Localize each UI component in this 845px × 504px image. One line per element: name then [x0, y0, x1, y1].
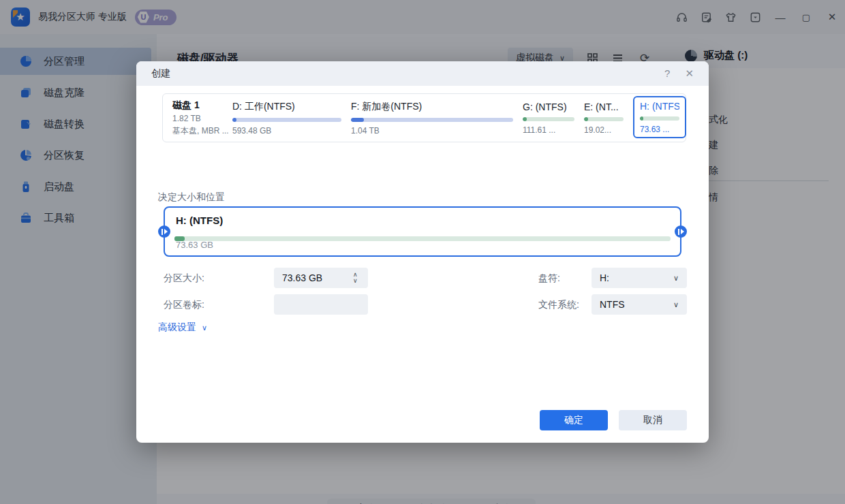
partition-usage-bar	[584, 117, 624, 121]
chevron-down-icon: ∨	[673, 274, 679, 283]
stepper-down-icon[interactable]: ∨	[353, 278, 358, 283]
disk-map-partition-d[interactable]: D: 工作(NTFS) 593.48 GB	[232, 101, 341, 136]
disk-map-partition-g[interactable]: G: (NTFS) 111.61 ...	[523, 101, 574, 135]
partition-label: H: (NTFS)	[640, 101, 679, 112]
create-dialog: 创建 ? ✕ 磁盘 1 1.82 TB 基本盘, MBR ... D: 工作(N…	[136, 61, 709, 443]
dialog-title: 创建	[151, 67, 170, 80]
partition-size-slider: H: (NTFS) 73.63 GB	[164, 206, 681, 257]
disk-map-partition-f[interactable]: F: 新加卷(NTFS) 1.04 TB	[351, 101, 513, 136]
size-section-label: 决定大小和位置	[158, 191, 225, 204]
partition-usage-bar	[351, 118, 513, 122]
filesystem-label: 文件系统:	[538, 294, 579, 315]
partition-usage-bar	[640, 116, 679, 121]
drive-letter-value: H:	[600, 272, 609, 283]
chevron-down-icon: ∨	[202, 324, 207, 332]
slider-usage-bar	[174, 236, 671, 241]
partition-label: E: (NT...	[584, 101, 624, 112]
advanced-settings-link[interactable]: 高级设置 ∨	[158, 321, 207, 334]
ok-button[interactable]: 确定	[540, 410, 608, 430]
partition-label: F: 新加卷(NTFS)	[351, 101, 513, 113]
disk-map: 磁盘 1 1.82 TB 基本盘, MBR ... D: 工作(NTFS) 59…	[162, 93, 686, 142]
partition-size: 73.63 ...	[640, 125, 679, 134]
disk-name: 磁盘 1	[172, 99, 232, 112]
partition-size-label: 分区大小:	[164, 268, 204, 288]
slider-left-handle[interactable]	[158, 225, 170, 238]
drive-letter-label: 盘符:	[538, 268, 560, 288]
stepper-up-icon[interactable]: ∧	[353, 272, 358, 277]
disk-type: 基本盘, MBR ...	[172, 125, 232, 137]
chevron-down-icon: ∨	[673, 300, 679, 309]
disk-map-partition-e[interactable]: E: (NT... 19.02...	[584, 101, 624, 135]
partition-label: G: (NTFS)	[523, 101, 574, 112]
help-icon[interactable]: ?	[664, 67, 670, 80]
slider-partition-label: H: (NTFS)	[176, 215, 223, 226]
partition-size: 19.02...	[584, 125, 624, 135]
advanced-settings-label: 高级设置	[158, 321, 196, 334]
partition-label: D: 工作(NTFS)	[232, 101, 341, 113]
partition-size: 111.61 ...	[523, 125, 574, 135]
dialog-header: 创建 ? ✕	[136, 61, 709, 86]
filesystem-select[interactable]: NTFS ∨	[592, 294, 687, 315]
filesystem-value: NTFS	[600, 299, 625, 310]
partition-size: 1.04 TB	[351, 126, 513, 136]
dialog-close-icon[interactable]: ✕	[685, 67, 694, 80]
partition-usage-bar	[523, 117, 574, 121]
partition-size: 593.48 GB	[232, 126, 341, 136]
slider-right-handle[interactable]	[675, 225, 687, 238]
disk-map-partition-h-selected[interactable]: H: (NTFS) 73.63 ...	[633, 96, 686, 138]
disk-info: 磁盘 1 1.82 TB 基本盘, MBR ...	[170, 99, 232, 137]
volume-label-input[interactable]	[274, 294, 368, 315]
disk-size: 1.82 TB	[172, 114, 232, 123]
size-stepper[interactable]: ∧∨	[353, 272, 358, 283]
drive-letter-select[interactable]: H: ∨	[592, 268, 687, 288]
volume-label-label: 分区卷标:	[164, 294, 204, 315]
slider-partition-size: 73.63 GB	[176, 240, 213, 250]
cancel-button[interactable]: 取消	[619, 410, 687, 430]
partition-usage-bar	[232, 118, 341, 122]
